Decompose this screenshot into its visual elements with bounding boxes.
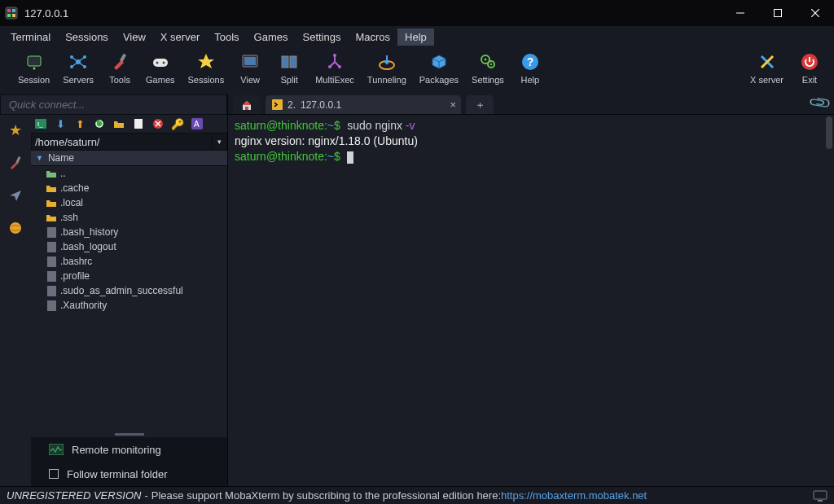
- menu-terminal[interactable]: Terminal: [3, 28, 58, 46]
- tb-view[interactable]: View: [230, 50, 270, 86]
- close-button[interactable]: [797, 0, 834, 26]
- maximize-button[interactable]: [759, 0, 797, 26]
- file-header-name[interactable]: ▼Name: [31, 151, 227, 166]
- file-row-file[interactable]: .bash_logout: [31, 239, 227, 254]
- side-icon-bar: ★: [0, 115, 31, 486]
- btb-refresh-icon[interactable]: [93, 117, 106, 130]
- svg-rect-58: [818, 500, 823, 502]
- tb-session[interactable]: Session: [11, 50, 56, 86]
- file-row-folder[interactable]: .cache: [31, 181, 227, 195]
- svg-point-23: [162, 62, 165, 64]
- sidetab-star-icon[interactable]: ★: [7, 121, 24, 139]
- file-icon: [46, 242, 57, 252]
- up-icon: [46, 169, 57, 178]
- tab-close-icon[interactable]: ×: [450, 99, 456, 111]
- status-bar: UNREGISTERED VERSION - Please support Mo…: [0, 486, 834, 504]
- terminal-scrollbar[interactable]: [826, 116, 832, 149]
- btb-download-icon[interactable]: ⬇: [54, 117, 67, 130]
- btb-newfile-icon[interactable]: [132, 117, 145, 130]
- svg-point-35: [490, 64, 492, 65]
- svg-rect-55: [245, 107, 248, 110]
- menu-tools[interactable]: Tools: [207, 28, 246, 46]
- menu-sessions[interactable]: Sessions: [58, 28, 116, 46]
- tb-sessions[interactable]: Sessions: [182, 50, 231, 86]
- path-dropdown[interactable]: ▾: [213, 133, 227, 151]
- minimize-button[interactable]: [722, 0, 759, 26]
- btb-a-icon[interactable]: A: [191, 117, 204, 130]
- btb-key-icon[interactable]: 🔑: [171, 117, 184, 130]
- sidetab-tools-icon[interactable]: [7, 154, 24, 172]
- folder-icon: [46, 213, 57, 222]
- left-panel: Quick connect... ★ t_ ⬇ ⬆ 🔑 A: [0, 94, 228, 486]
- tools-icon: [110, 52, 129, 72]
- monitor-icon: [49, 444, 64, 455]
- path-input[interactable]: [31, 133, 213, 151]
- tb-settings[interactable]: Settings: [465, 50, 511, 86]
- file-row-file[interactable]: .bash_history: [31, 225, 227, 239]
- svg-rect-57: [814, 491, 827, 499]
- tb-games[interactable]: Games: [139, 50, 181, 86]
- file-row-file[interactable]: .profile: [31, 269, 227, 283]
- tb-split[interactable]: Split: [270, 50, 309, 86]
- checkbox-icon: [49, 469, 59, 479]
- menu-games[interactable]: Games: [247, 28, 296, 46]
- svg-rect-26: [282, 56, 288, 68]
- file-row-file[interactable]: .Xauthority: [31, 298, 227, 313]
- quick-connect-input[interactable]: Quick connect...: [0, 94, 227, 115]
- file-row-folder[interactable]: .local: [31, 195, 227, 210]
- tb-servers[interactable]: Servers: [56, 50, 100, 86]
- tab-session[interactable]: 2. 127.0.0.1 ×: [266, 95, 461, 114]
- sidetab-globe-icon[interactable]: [7, 219, 24, 237]
- window-title: 127.0.0.1: [24, 7, 68, 20]
- status-link[interactable]: https://mobaxterm.mobatek.net: [501, 489, 647, 502]
- file-row-up[interactable]: ..: [31, 166, 227, 181]
- settings-icon: [478, 52, 498, 72]
- follow-terminal-checkbox[interactable]: Follow terminal folder: [31, 462, 227, 486]
- multiexec-icon: [325, 52, 345, 72]
- svg-rect-53: [47, 300, 56, 311]
- home-icon: [241, 99, 252, 111]
- file-row-folder[interactable]: .ssh: [31, 210, 227, 225]
- tb-help[interactable]: ?Help: [511, 50, 550, 86]
- btb-upload-icon[interactable]: ⬆: [73, 117, 86, 130]
- xserver-icon: [757, 52, 777, 72]
- menu-view[interactable]: View: [116, 28, 153, 46]
- tb-packages[interactable]: Packages: [413, 50, 465, 86]
- servers-icon: [68, 52, 88, 72]
- status-monitor-icon[interactable]: [813, 490, 827, 502]
- svg-rect-3: [7, 14, 11, 17]
- file-row-file[interactable]: .sudo_as_admin_successful: [31, 283, 227, 298]
- menu-macros[interactable]: Macros: [348, 28, 397, 46]
- folder-icon: [46, 183, 57, 193]
- btb-delete-icon[interactable]: [151, 117, 165, 130]
- tb-xserver[interactable]: X server: [744, 50, 790, 86]
- svg-rect-1: [7, 9, 11, 12]
- toolbar: Session Servers Tools Games Sessions Vie…: [0, 47, 834, 94]
- exit-icon: [800, 52, 819, 72]
- terminal[interactable]: saturn@thinknote:~$ sudo nginx -v nginx …: [228, 115, 834, 486]
- menu-xserver[interactable]: X server: [153, 28, 207, 46]
- tab-new[interactable]: ＋: [466, 95, 494, 114]
- tab-home[interactable]: [233, 95, 261, 114]
- panel-divider[interactable]: [31, 431, 227, 437]
- unregistered-label: UNREGISTERED VERSION: [7, 489, 141, 502]
- packages-icon: [429, 52, 449, 72]
- btb-terminal-icon[interactable]: t_: [34, 117, 47, 130]
- svg-point-30: [338, 65, 341, 68]
- file-row-file[interactable]: .bashrc: [31, 254, 227, 269]
- svg-text:A: A: [194, 120, 200, 129]
- svg-point-29: [328, 65, 331, 68]
- file-icon: [46, 300, 57, 310]
- file-tree[interactable]: .. .cache .local .ssh .bash_history .bas…: [31, 166, 227, 431]
- tb-tools[interactable]: Tools: [100, 50, 139, 86]
- svg-rect-52: [47, 286, 56, 296]
- tb-exit[interactable]: Exit: [790, 50, 829, 86]
- sidetab-send-icon[interactable]: [7, 186, 24, 204]
- remote-monitoring-toggle[interactable]: Remote monitoring: [31, 437, 227, 462]
- menu-settings[interactable]: Settings: [296, 28, 349, 46]
- tb-tunneling[interactable]: Tunneling: [361, 50, 413, 86]
- btb-newfolder-icon[interactable]: [112, 117, 125, 130]
- menu-help[interactable]: Help: [397, 28, 434, 46]
- tb-multiexec[interactable]: MultiExec: [309, 50, 361, 86]
- help-icon: ?: [520, 52, 540, 72]
